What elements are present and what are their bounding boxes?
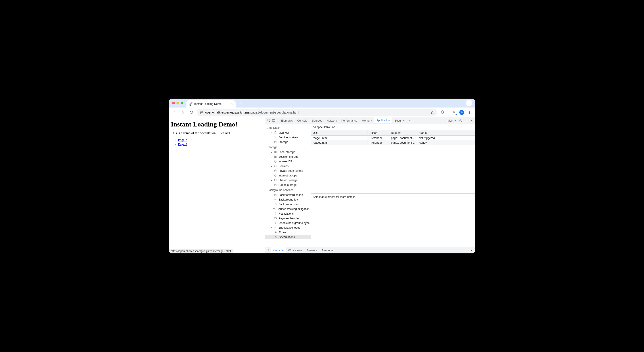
table-row[interactable]: /page2.html Prerender page1-document-… R… — [311, 140, 475, 145]
tab-application[interactable]: Application — [374, 117, 392, 124]
sidebar-item-service-workers[interactable]: Service workers — [265, 135, 311, 140]
sidebar-item-manifest[interactable]: ▸Manifest — [265, 130, 311, 135]
tab-elements[interactable]: Elements — [279, 117, 295, 124]
devtools-menu-button[interactable] — [463, 118, 469, 123]
svg-point-0 — [202, 111, 202, 112]
side-heading-storage: Storage — [265, 144, 311, 150]
database-icon — [274, 179, 277, 182]
sidebar-item-shared-storage[interactable]: ▸Shared storage — [265, 178, 311, 182]
inspect-button[interactable] — [266, 118, 272, 123]
sidebar-item-private-state-tokens[interactable]: Private state tokens — [265, 168, 311, 173]
site-info-icon[interactable] — [200, 110, 204, 114]
drawer-close-button[interactable] — [469, 248, 474, 253]
sidebar-item-indexeddb[interactable]: IndexedDB — [265, 159, 311, 164]
sidebar-item-local-storage[interactable]: ▸Local storage — [265, 150, 311, 154]
database-icon — [274, 193, 277, 196]
maximize-window-button[interactable] — [181, 102, 183, 104]
profile-avatar[interactable]: B — [459, 110, 464, 115]
tab-network[interactable]: Network — [324, 117, 339, 124]
triangle-down-icon — [340, 126, 342, 128]
sidebar-item-rules[interactable]: Rules — [265, 230, 311, 235]
transfer-icon — [274, 231, 277, 234]
svg-rect-7 — [275, 120, 276, 122]
back-button[interactable] — [171, 109, 178, 116]
database-icon — [274, 174, 277, 177]
sidebar-item-bounce-tracking[interactable]: Bounce tracking mitigation — [265, 207, 311, 211]
sidebar-item-speculative-loads[interactable]: ▾Speculative loads — [265, 225, 311, 230]
svg-point-12 — [275, 136, 275, 137]
chrome-menu-button[interactable] — [466, 109, 473, 116]
sidebar-item-session-storage[interactable]: ▸Session storage — [265, 154, 311, 159]
col-header-action[interactable]: Action — [368, 130, 389, 135]
sidebar-item-storage[interactable]: Storage — [265, 140, 311, 144]
drawer-menu-button[interactable] — [266, 248, 271, 253]
table-row[interactable]: /page3.html Prerender page1-document-… N… — [311, 136, 475, 140]
minimize-window-button[interactable] — [176, 102, 179, 104]
tab-menu-button[interactable] — [466, 100, 472, 106]
side-heading-background: Background services — [265, 187, 311, 193]
application-main: All speculative loa… URL Action Rule set… — [311, 124, 475, 247]
reload-button[interactable] — [188, 109, 194, 116]
transfer-icon — [274, 198, 277, 201]
database-icon — [272, 207, 275, 210]
svg-point-24 — [275, 184, 276, 184]
browser-tab[interactable]: 🚀 Instant Loading Demo! ✕ — [186, 100, 236, 107]
device-toggle-button[interactable] — [272, 118, 277, 123]
col-header-status[interactable]: Status — [417, 130, 475, 135]
sidebar-item-periodic-sync[interactable]: Periodic background sync — [265, 221, 311, 225]
url-text: open-chalk-asparagus.glitch.me/page1-doc… — [205, 111, 428, 114]
sidebar-item-background-sync[interactable]: Background sync — [265, 202, 311, 207]
puzzle-icon — [440, 110, 444, 114]
drawer-tab-rendering[interactable]: Rendering — [319, 247, 337, 254]
application-sidebar: Application ▸Manifest Service workers St… — [265, 124, 311, 247]
arrow-right-icon — [181, 110, 185, 114]
close-window-button[interactable] — [172, 102, 175, 104]
close-tab-button[interactable]: ✕ — [230, 102, 233, 106]
sidebar-item-cookies[interactable]: ▸Cookies — [265, 164, 311, 168]
database-icon — [274, 160, 277, 163]
sidebar-item-payment-handler[interactable]: Payment handler — [265, 216, 311, 221]
bookmark-button[interactable] — [430, 109, 434, 116]
sidebar-item-interest-groups[interactable]: Interest groups — [265, 173, 311, 178]
svg-rect-6 — [272, 119, 275, 121]
svg-point-13 — [276, 137, 276, 138]
transfer-icon — [274, 236, 277, 239]
sidebar-item-cache-storage[interactable]: Cache storage — [265, 182, 311, 187]
svg-point-23 — [275, 179, 276, 180]
svg-point-1 — [200, 113, 201, 113]
sidebar-item-speculations[interactable]: Speculations — [265, 235, 311, 239]
svg-point-11 — [466, 121, 466, 122]
gears-icon — [274, 136, 277, 139]
svg-point-30 — [268, 250, 269, 251]
labs-button[interactable] — [451, 109, 457, 116]
tab-performance[interactable]: Performance — [339, 117, 360, 124]
more-tabs-button[interactable] — [407, 118, 412, 123]
new-tab-button[interactable] — [237, 100, 243, 106]
target-selector[interactable]: Main — [446, 119, 458, 122]
page-link[interactable]: Page 2 — [178, 138, 187, 142]
tab-title: Instant Loading Demo! — [194, 102, 228, 105]
plus-icon — [238, 101, 242, 105]
tab-console[interactable]: Console — [295, 117, 310, 124]
sidebar-item-bfcache[interactable]: Back/forward cache — [265, 193, 311, 197]
database-icon — [274, 141, 277, 143]
page-link[interactable]: Page 3 — [178, 142, 187, 146]
drawer-tab-sensors[interactable]: Sensors — [304, 247, 319, 254]
sidebar-item-background-fetch[interactable]: Background fetch — [265, 197, 311, 202]
tab-security[interactable]: Security — [392, 117, 407, 124]
window-controls — [171, 102, 185, 104]
address-bar[interactable]: open-chalk-asparagus.glitch.me/page1-doc… — [197, 109, 437, 116]
devtools-close-button[interactable] — [469, 118, 474, 123]
tab-sources[interactable]: Sources — [310, 117, 324, 124]
drawer-tab-whatsnew[interactable]: What's new — [286, 247, 304, 254]
col-header-url[interactable]: URL — [311, 130, 368, 135]
devtools-settings-button[interactable] — [458, 118, 463, 123]
tab-memory[interactable]: Memory — [360, 117, 374, 124]
sidebar-item-notifications[interactable]: Notifications — [265, 211, 311, 216]
speculation-filter[interactable]: All speculative loa… — [311, 124, 475, 130]
extensions-button[interactable] — [440, 109, 446, 116]
forward-button[interactable] — [180, 109, 186, 116]
drawer-tab-console[interactable]: Console — [271, 247, 286, 254]
col-header-ruleset[interactable]: Rule set — [389, 130, 417, 135]
svg-point-17 — [275, 160, 276, 161]
